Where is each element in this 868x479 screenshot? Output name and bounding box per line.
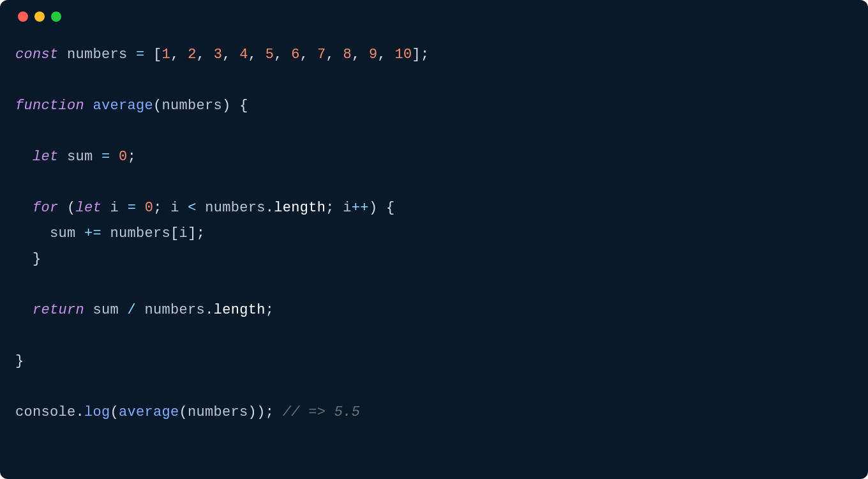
code-line-9: }: [15, 251, 41, 267]
maximize-icon[interactable]: [51, 11, 61, 22]
code-content[interactable]: const numbers = [1, 2, 3, 4, 5, 6, 7, 8,…: [0, 22, 868, 441]
code-window: const numbers = [1, 2, 3, 4, 5, 6, 7, 8,…: [0, 0, 868, 479]
code-line-8: sum += numbers[i];: [15, 225, 205, 241]
close-icon[interactable]: [18, 11, 28, 22]
code-line-1: const numbers = [1, 2, 3, 4, 5, 6, 7, 8,…: [15, 47, 430, 63]
code-line-15: console.log(average(numbers)); // => 5.5: [15, 404, 360, 420]
traffic-lights: [0, 0, 868, 22]
code-line-5: let sum = 0;: [15, 149, 136, 165]
code-line-11: return sum / numbers.length;: [15, 302, 274, 318]
minimize-icon[interactable]: [34, 11, 45, 22]
code-line-13: }: [15, 353, 24, 369]
code-line-7: for (let i = 0; i < numbers.length; i++)…: [15, 200, 394, 216]
code-line-3: function average(numbers) {: [15, 98, 248, 114]
